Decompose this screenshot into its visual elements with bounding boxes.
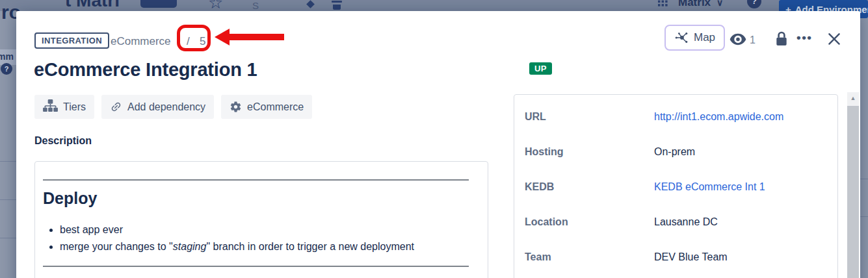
detail-label: Team	[525, 251, 551, 263]
description-bullet-list: best app ever merge your changes to "sta…	[44, 221, 414, 255]
map-button[interactable]: Map	[664, 25, 725, 51]
background-row-divider	[860, 216, 868, 217]
annotation-red-arrow	[215, 29, 230, 45]
detail-value: DEV Blue Team	[654, 251, 728, 263]
page-topbar	[0, 0, 868, 11]
url-link[interactable]: http://int1.ecom.apwide.com	[654, 111, 783, 123]
background-row-divider	[0, 199, 16, 200]
page-header-chip	[140, 0, 177, 8]
ecommerce-category-label: eCommerce	[247, 101, 304, 113]
matrix-view-selector[interactable]: Matrix	[678, 0, 711, 9]
detail-label: Location	[525, 216, 568, 228]
detail-row-url: URL http://int1.ecom.apwide.com	[514, 111, 837, 125]
list-item: merge your changes to "staging" branch i…	[60, 238, 414, 255]
trash-icon[interactable]	[332, 1, 342, 3]
environment-details-dialog: INTEGRATION eCommerce / 5 eCommerce Inte…	[16, 11, 860, 278]
background-column-fragment: mm	[0, 51, 14, 62]
detail-label: Hosting	[525, 146, 564, 158]
tiers-button[interactable]: Tiers	[34, 95, 94, 119]
lock-icon[interactable]	[775, 31, 788, 48]
page-title-fragment: t Matri	[65, 0, 120, 11]
annotation-red-arrow	[229, 34, 284, 40]
scrollbar[interactable]: ▲	[847, 92, 859, 278]
environment-type-badge: INTEGRATION	[34, 32, 109, 49]
annotation-red-circle	[177, 25, 211, 51]
detail-row-kedb: KEDB KEDB eCommerce Int 1	[514, 181, 837, 196]
background-row-divider	[0, 161, 16, 162]
detail-row-location: Location Lausanne DC	[514, 216, 837, 231]
screen: ro t Matri ☆ S Matrix ∨ ? + Add Environm…	[0, 0, 868, 278]
link-icon	[107, 98, 125, 116]
description-content: Deploy best app ever merge your changes …	[34, 161, 488, 278]
status-badge: UP	[529, 62, 552, 75]
detail-label: URL	[525, 111, 546, 123]
chevron-down-icon[interactable]: ∨	[717, 0, 723, 8]
watchers-eye-icon[interactable]	[730, 32, 746, 48]
detail-row-team: Team DEV Blue Team	[514, 251, 837, 266]
scrollbar-up-arrow[interactable]: ▲	[847, 92, 859, 104]
detail-row-hosting: Hosting On-prem	[514, 146, 837, 160]
background-row-divider	[860, 179, 868, 179]
action-button-row: Tiers Add dependency eCommerce	[34, 95, 312, 119]
trash-icon[interactable]	[333, 5, 341, 10]
kedb-link[interactable]: KEDB eCommerce Int 1	[654, 181, 765, 193]
breadcrumb-category: eCommerce	[111, 35, 171, 48]
divider	[43, 266, 469, 267]
tiers-hierarchy-icon	[43, 99, 58, 115]
list-item: best app ever	[60, 221, 414, 238]
close-icon[interactable]	[826, 31, 843, 49]
more-options-icon[interactable]: •••	[796, 31, 812, 45]
scrollbar-thumb[interactable]	[847, 106, 859, 278]
background-row-divider	[0, 238, 16, 238]
help-icon[interactable]: ?	[1, 63, 12, 75]
add-dependency-label: Add dependency	[127, 101, 205, 113]
page-title: eCommerce Integration 1	[34, 59, 257, 81]
description-section-label: Description	[34, 135, 92, 147]
description-heading: Deploy	[43, 189, 97, 208]
map-label: Map	[694, 31, 715, 44]
divider	[43, 179, 469, 181]
watchers-count: 1	[750, 34, 756, 46]
detail-value: Lausanne DC	[654, 216, 718, 228]
detail-value: On-prem	[654, 146, 695, 158]
map-network-icon	[674, 31, 689, 45]
gear-icon	[230, 101, 242, 113]
toolbar-text-fragment: S	[252, 0, 259, 11]
environment-details-card: URL http://int1.ecom.apwide.com Hosting …	[514, 94, 838, 278]
add-dependency-button[interactable]: Add dependency	[101, 95, 214, 119]
ecommerce-settings-button[interactable]: eCommerce	[221, 95, 312, 119]
detail-label: KEDB	[525, 181, 554, 193]
grid-view-icon[interactable]	[658, 0, 668, 9]
tiers-label: Tiers	[63, 101, 86, 113]
